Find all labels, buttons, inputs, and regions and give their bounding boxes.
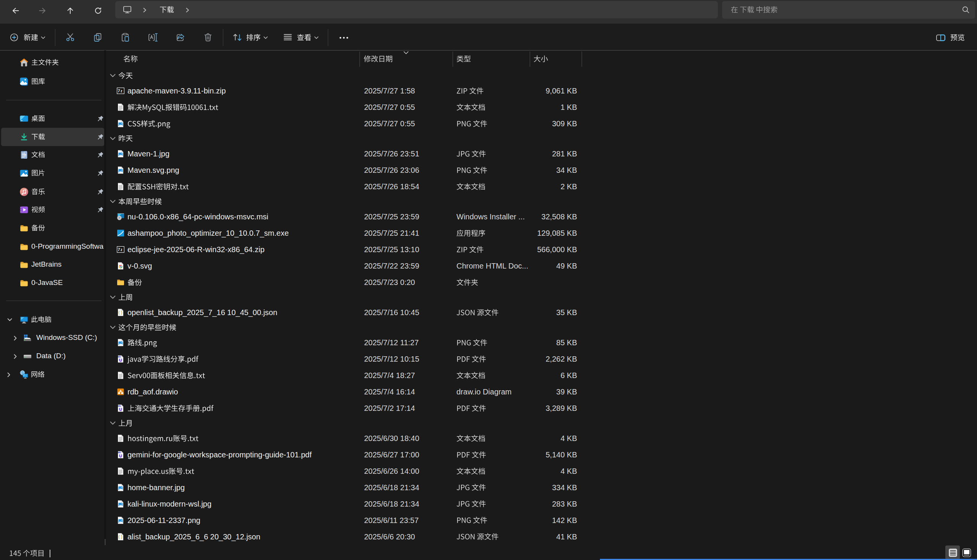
svg-text:{: {	[118, 310, 120, 315]
svg-text:{: {	[118, 535, 120, 539]
svg-text:}: }	[121, 310, 122, 315]
svg-text:PDF: PDF	[118, 405, 121, 407]
svg-text:PDF: PDF	[118, 452, 121, 453]
svg-text:PDF: PDF	[118, 356, 121, 357]
svg-text:z: z	[120, 248, 122, 252]
svg-text:7: 7	[118, 88, 120, 93]
svg-text:z: z	[120, 89, 122, 93]
svg-text:}: }	[121, 535, 122, 539]
svg-text:7: 7	[118, 247, 120, 252]
